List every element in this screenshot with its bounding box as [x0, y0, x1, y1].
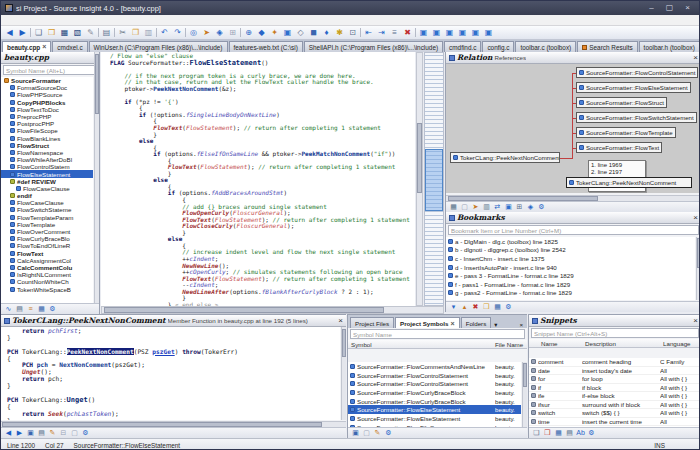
symbol-tree-item[interactable]: PreprocPHP — [1, 113, 93, 120]
toolbar-icon[interactable]: ▣ — [281, 27, 294, 39]
symbol-tree-item[interactable]: #def REVIEW — [1, 178, 93, 185]
toolbar-icon[interactable]: ❏ — [32, 27, 45, 39]
editor-horizontal-scrollbar[interactable] — [101, 306, 444, 314]
snippets-toolbar-icon[interactable]: ▦ — [553, 428, 564, 438]
symbol-tree-item[interactable]: CalcCommentColu — [1, 264, 93, 271]
minimap-viewport[interactable] — [425, 149, 443, 211]
symbol-toolbar-icon[interactable]: ∿ — [3, 304, 14, 314]
symbol-tree-item[interactable]: CalcAssignmentCol — [1, 257, 93, 264]
symbol-row[interactable]: SourceFormatter::FlowControlStatement be… — [348, 371, 521, 380]
bookmark-scrollbar[interactable] — [696, 237, 700, 300]
symbol-tree-item[interactable]: FormatSourceDoc — [1, 84, 93, 91]
relation-close-icon[interactable]: × — [693, 54, 698, 61]
toolbar-icon[interactable]: ✱ — [333, 27, 346, 39]
editor-vertical-scrollbar[interactable] — [416, 52, 423, 306]
snippets-toolbar-icon[interactable]: ⚙ — [586, 428, 597, 438]
relation-toolbar-icon[interactable]: ◈ — [525, 202, 536, 212]
maximize-button[interactable]: ▢ — [662, 3, 677, 13]
symbol-tree-item[interactable]: FlowNamespace — [1, 149, 93, 156]
bookmark-item[interactable]: f - pass1 - FormatLine - format.c line 1… — [446, 280, 695, 289]
toolbar-icon[interactable]: ⊞ — [226, 27, 239, 39]
toolbar-icon[interactable]: ♦ — [320, 27, 333, 39]
symbol-tree-item[interactable]: FlowCurlyBraceBlo — [1, 235, 93, 242]
bookmarks-toolbar-icon[interactable]: ▾ — [448, 302, 459, 312]
bookmarks-toolbar-icon[interactable]: ▦ — [492, 302, 503, 312]
bookmarks-toolbar-icon[interactable]: ✖ — [470, 302, 481, 312]
snippet-filter-input[interactable] — [531, 328, 699, 338]
snippet-row[interactable]: for for loop All with { } — [529, 375, 700, 384]
symbol-tree-item[interactable]: endif — [1, 192, 93, 199]
symbol-tree-item[interactable]: FlowCaseClause — [1, 199, 93, 206]
context-toolbar-icon[interactable]: ◀ — [3, 428, 14, 438]
toolbar-icon[interactable]: ▤ — [100, 27, 113, 39]
file-tab[interactable]: ShellAPI.h (C:\Program Files (x86)\...\i… — [304, 41, 443, 52]
symbol-tree-item[interactable]: FlowBlankLines — [1, 135, 93, 142]
panel-close-icon[interactable]: × — [519, 321, 525, 328]
symbol-row[interactable]: SourceFormatter::FlowControlStatement be… — [348, 379, 521, 388]
relation-toolbar-icon[interactable]: ▣ — [503, 202, 514, 212]
bookmark-item[interactable]: a - DlgMain - dlg.c (toolbox) line 1825 — [446, 237, 695, 246]
toolbar-icon[interactable]: ↷ — [171, 27, 184, 39]
bookmark-item[interactable]: g - pass2 - FormatLine - format.c line 1… — [446, 289, 695, 298]
symbol-tree-item[interactable]: FlowSwitchStateme — [1, 206, 93, 213]
symbol-filter-input[interactable] — [3, 65, 97, 75]
symbols-scrollbar[interactable] — [522, 362, 527, 427]
symbol-tree-item[interactable]: FlowControlStatem — [1, 163, 93, 170]
menu-item[interactable] — [11, 15, 21, 25]
snippet-row[interactable]: date insert today's date All — [529, 367, 700, 376]
snippet-row[interactable]: switch switch ($$) { } All with { } — [529, 409, 700, 418]
toolbar-icon[interactable]: ❐ — [129, 27, 142, 39]
symbol-row[interactable]: SourceFormatter::FlowCommentsAndNewLine … — [348, 362, 521, 371]
context-toolbar-icon[interactable]: ⚙ — [80, 428, 91, 438]
bookmark-item[interactable]: e - pass 3 - FormatLine - format.c line … — [446, 271, 695, 280]
symbol-tree-item[interactable]: FlowToEndOfLineR — [1, 242, 93, 249]
relation-toolbar-icon[interactable]: ⚙ — [536, 202, 547, 212]
menu-item[interactable] — [1, 15, 11, 25]
relation-toolbar-icon[interactable]: ▢ — [459, 202, 470, 212]
snippets-toolbar-icon[interactable]: Ab — [575, 428, 586, 438]
snippets-toolbar-icon[interactable]: ▤ — [564, 428, 575, 438]
symbol-tree-item[interactable]: FlowCaseClause — [1, 185, 93, 192]
file-tab[interactable]: beauty.cpp × — [2, 41, 51, 52]
toolbar-icon[interactable]: ▣ — [482, 27, 495, 39]
toolbar-icon[interactable]: ➤ — [200, 27, 213, 39]
toolbar-icon[interactable]: ▣ — [469, 27, 482, 39]
toolbar-icon[interactable]: ⊡ — [346, 27, 359, 39]
tab-close-icon[interactable]: × — [42, 44, 46, 50]
symbol-tree-item[interactable]: CountNonWhiteCh — [1, 278, 93, 285]
column-language[interactable]: Language — [663, 340, 700, 347]
symbol-tree-item[interactable]: FlowText — [1, 250, 93, 257]
file-tab[interactable]: cmdfind.c × — [444, 41, 481, 52]
column-symbol[interactable]: Symbol — [351, 341, 495, 348]
file-tab[interactable]: toolbar.c (toolbox) × — [515, 41, 576, 52]
relation-toolbar-icon[interactable]: ⇄ — [492, 202, 503, 212]
context-close-icon[interactable]: × — [338, 317, 343, 324]
context-toolbar-icon[interactable]: ✎ — [47, 428, 58, 438]
symbol-tree-item[interactable]: IsRightNLComment — [1, 271, 93, 278]
symbols-toolbar-icon[interactable]: ✎ — [372, 428, 383, 438]
bookmark-item[interactable]: d - InsertIsAutoPair - insert.c line 940 — [446, 263, 695, 272]
toolbar-icon[interactable]: ✦ — [268, 27, 281, 39]
symbol-row[interactable]: SourceFormatter::FlowElseStatement beaut… — [348, 405, 521, 414]
symbol-tree-item[interactable]: CopyPHPBlocks — [1, 99, 93, 106]
toolbar-icon[interactable]: ⊕ — [242, 27, 255, 39]
relation-node[interactable]: SourceFormatter::FlowStruct — [576, 97, 667, 108]
toolbar-icon[interactable]: ▣ — [430, 27, 443, 39]
toolbar-icon[interactable]: ≡ — [388, 27, 401, 39]
column-name[interactable]: Name — [532, 340, 585, 347]
snippet-row[interactable]: ifsur surround with if block All with { … — [529, 401, 700, 410]
toolbar-icon[interactable]: ▣ — [456, 27, 469, 39]
bookmark-filter-input[interactable] — [448, 225, 699, 235]
symbol-tree-item[interactable]: FlowTextToDoc — [1, 106, 93, 113]
relation-node[interactable]: SourceFormatter::FlowSwitchStatement — [576, 112, 697, 123]
symbols-toolbar-icon[interactable]: ▢ — [361, 428, 372, 438]
file-tab[interactable]: Search Results × — [577, 41, 637, 52]
toolbar-icon[interactable]: ▧ — [71, 27, 84, 39]
close-button[interactable]: × — [680, 3, 695, 13]
symbol-row[interactable]: SourceFormatter::FlowElseStatement beaut… — [348, 414, 521, 423]
relation-toolbar-icon[interactable]: ▦ — [448, 202, 459, 212]
toolbar-icon[interactable]: ⇥ — [375, 27, 388, 39]
toolbar-icon[interactable]: ▣ — [443, 27, 456, 39]
column-description[interactable]: Description — [585, 340, 663, 347]
menu-item[interactable] — [41, 15, 51, 25]
